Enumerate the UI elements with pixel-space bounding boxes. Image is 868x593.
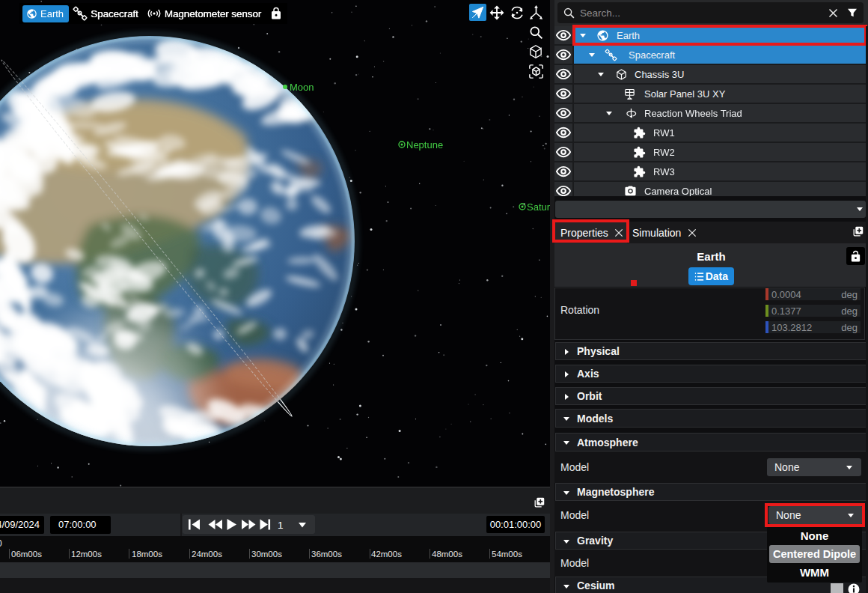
svg-text:Neptune: Neptune bbox=[406, 139, 443, 150]
svg-text:Moon: Moon bbox=[290, 82, 314, 93]
svg-text:1: 1 bbox=[278, 520, 284, 531]
svg-text:Saturn: Saturn bbox=[527, 201, 550, 213]
